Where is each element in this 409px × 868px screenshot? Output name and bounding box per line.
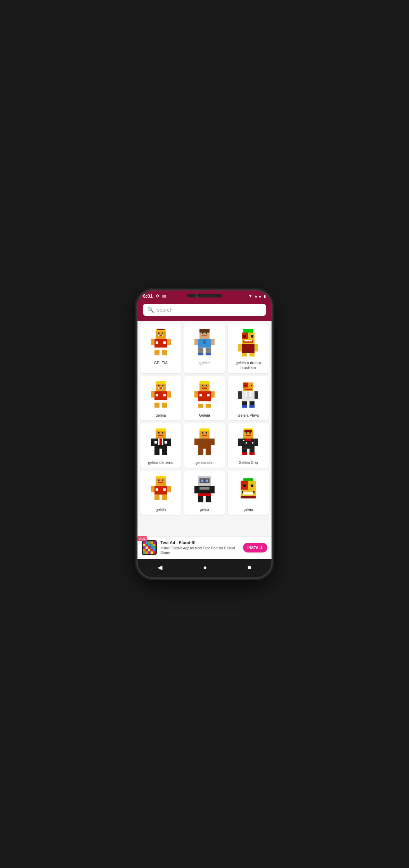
svg-rect-168	[153, 544, 156, 546]
svg-rect-41	[156, 381, 166, 384]
nav-bar: ◀ ● ■	[137, 559, 272, 578]
svg-rect-166	[148, 544, 150, 546]
content-area[interactable]: GELEIA	[137, 321, 272, 536]
svg-rect-19	[206, 333, 207, 334]
svg-rect-35	[244, 340, 252, 342]
svg-rect-175	[145, 549, 148, 551]
svg-rect-95	[165, 441, 167, 443]
svg-rect-137	[162, 495, 167, 500]
home-button[interactable]: ●	[196, 563, 214, 573]
skin-card-3[interactable]: geleia o dream brasileiro	[228, 324, 269, 373]
skin-card-4[interactable]: geleia	[140, 376, 181, 420]
ad-title: Test Ad : Flood-It!	[160, 540, 240, 545]
svg-rect-165	[145, 544, 148, 546]
svg-rect-18	[202, 333, 203, 334]
svg-rect-6	[158, 335, 160, 336]
svg-rect-143	[194, 486, 198, 493]
skin-card-2[interactable]: geleia	[184, 324, 225, 373]
skin-image-9	[236, 427, 260, 458]
screen: 6:01 ⚙ ▤ ▼ ▲▲ ▮ 🔍 search	[137, 290, 272, 578]
svg-rect-51	[156, 394, 158, 396]
svg-rect-158	[241, 496, 256, 498]
svg-rect-112	[250, 432, 251, 434]
svg-rect-117	[243, 440, 245, 441]
skin-image-12	[236, 474, 260, 505]
svg-rect-110	[244, 430, 252, 432]
skin-image-4	[149, 379, 173, 411]
skin-name-3: geleia o dream brasileiro	[230, 360, 267, 370]
skin-image-3	[236, 327, 260, 358]
svg-rect-32	[243, 335, 246, 337]
svg-rect-86	[158, 432, 160, 434]
svg-rect-72	[244, 385, 246, 386]
search-bar[interactable]: 🔍 search	[143, 304, 266, 316]
svg-rect-162	[151, 541, 153, 544]
svg-rect-133	[167, 486, 171, 492]
svg-rect-154	[251, 485, 253, 487]
svg-rect-181	[148, 551, 150, 554]
svg-rect-102	[202, 435, 207, 436]
svg-rect-129	[162, 480, 164, 481]
svg-rect-15	[155, 348, 167, 350]
svg-rect-106	[198, 449, 203, 455]
svg-rect-7	[162, 335, 164, 336]
svg-rect-64	[200, 394, 202, 396]
svg-rect-55	[155, 400, 167, 402]
skin-name-10: geleia	[156, 507, 166, 512]
skin-card-8[interactable]: geleia skin	[184, 423, 225, 468]
svg-rect-37	[238, 344, 242, 352]
svg-rect-156	[242, 491, 243, 493]
skin-name-4: geleia	[156, 413, 166, 418]
svg-rect-167	[151, 544, 153, 546]
skin-card-12[interactable]: geleia	[228, 470, 269, 515]
skin-name-1: GELEIA	[154, 360, 168, 365]
skin-card-1[interactable]: GELEIA	[140, 324, 181, 373]
svg-rect-33	[251, 335, 253, 337]
svg-rect-134	[156, 489, 158, 491]
svg-rect-180	[145, 551, 148, 554]
skin-name-12: geleia	[244, 507, 253, 512]
svg-rect-96	[155, 449, 160, 455]
svg-rect-153	[243, 485, 246, 487]
skin-image-5	[192, 379, 217, 411]
svg-rect-2	[157, 329, 165, 330]
svg-rect-164	[143, 544, 145, 546]
skin-card-11[interactable]: geleia	[184, 470, 225, 515]
ads-label: Ads	[137, 536, 147, 541]
svg-rect-59	[206, 385, 207, 386]
svg-rect-163	[153, 541, 156, 544]
svg-rect-170	[145, 546, 148, 549]
recent-button[interactable]: ■	[241, 563, 258, 573]
skin-image-2	[192, 327, 217, 358]
skin-card-10[interactable]: geleia	[140, 470, 181, 515]
skin-card-9[interactable]: Geleia Drip	[228, 423, 269, 468]
install-button[interactable]: INSTALL	[243, 543, 267, 552]
svg-rect-65	[207, 394, 209, 396]
svg-rect-105	[211, 439, 215, 445]
svg-rect-100	[202, 432, 203, 434]
svg-rect-140	[201, 480, 203, 482]
svg-rect-43	[158, 385, 160, 386]
skin-card-5[interactable]: Geleia	[184, 376, 225, 420]
back-button[interactable]: ◀	[151, 562, 169, 573]
svg-rect-92	[151, 439, 155, 446]
svg-rect-111	[246, 432, 247, 434]
skin-card-6[interactable]: Geleia Plays	[228, 376, 269, 420]
camera-dot	[195, 294, 198, 297]
skin-card-7[interactable]: geleia de terno	[140, 423, 181, 468]
svg-rect-82	[242, 405, 247, 408]
skin-name-7: geleia de terno	[148, 460, 174, 465]
svg-rect-40	[250, 353, 255, 357]
ad-content: Test Ad : Flood-It! Install Flood-It App…	[160, 540, 240, 555]
svg-rect-62	[194, 391, 198, 398]
svg-rect-47	[162, 387, 164, 389]
svg-rect-115	[238, 439, 242, 446]
svg-rect-116	[254, 439, 258, 446]
app-header: 🔍 search	[137, 300, 272, 321]
svg-rect-107	[206, 449, 211, 455]
svg-rect-169	[143, 546, 145, 549]
svg-rect-93	[167, 439, 171, 446]
svg-rect-88	[158, 435, 164, 436]
svg-rect-118	[246, 442, 247, 444]
svg-rect-91	[159, 439, 162, 445]
